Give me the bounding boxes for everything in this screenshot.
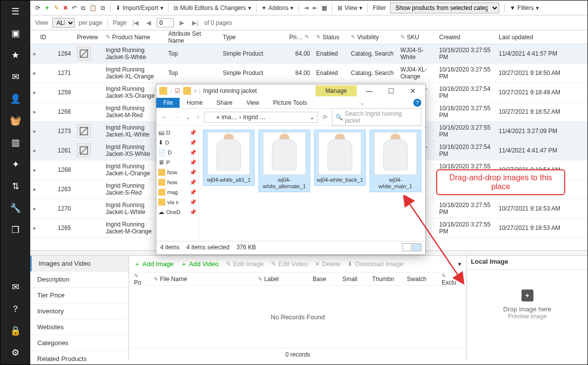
delete-icon[interactable]: ✕ xyxy=(63,4,68,11)
manage-tab[interactable]: Manage xyxy=(316,85,357,96)
tree-node[interactable]: 📄D📌 xyxy=(158,147,196,157)
user-icon[interactable]: 👤 xyxy=(10,93,21,105)
expand-icon[interactable]: ▸ xyxy=(30,205,37,212)
view-select[interactable]: ALL xyxy=(52,18,75,28)
delete-button[interactable]: ✕ Delete xyxy=(315,260,341,268)
expand-icon[interactable]: ▸ xyxy=(30,70,37,76)
more-icon[interactable]: ▾ xyxy=(458,260,461,268)
filter-select[interactable]: Show products from selected categories xyxy=(390,2,499,13)
undo-icon[interactable]: ↶ xyxy=(72,4,77,11)
tool1-icon[interactable]: ⇥ xyxy=(304,4,309,11)
up-icon[interactable]: ↑ xyxy=(195,114,201,121)
col-preview[interactable]: Preview xyxy=(74,34,103,41)
back-icon[interactable]: ← xyxy=(160,114,169,121)
detail-col[interactable]: Base xyxy=(308,276,337,283)
col-id[interactable]: ID xyxy=(37,34,74,41)
col-status[interactable]: ✎ Status xyxy=(313,34,348,41)
import-export-button[interactable]: ⬇ Import/Export ▾ xyxy=(116,4,163,11)
tool2-icon[interactable]: ⇤ xyxy=(313,4,318,11)
file-item[interactable]: wj04-white_alt1_1 xyxy=(203,130,255,186)
page-input[interactable] xyxy=(157,18,174,27)
puzzle-icon[interactable]: ✦ xyxy=(12,158,19,170)
history-icon[interactable]: ⌄ xyxy=(184,114,192,121)
inbox-icon[interactable]: ✉ xyxy=(12,71,19,83)
col-updated[interactable]: Last updated xyxy=(496,34,565,41)
last-page-icon[interactable]: ▶| xyxy=(190,19,200,26)
tree-node[interactable]: 🖴D📌 xyxy=(158,128,196,138)
detail-col[interactable]: Thumbn xyxy=(367,276,402,283)
expand-icon[interactable]: ▸ xyxy=(30,89,37,96)
wrench-icon[interactable]: 🔧 xyxy=(10,202,21,214)
expand-icon[interactable]: ▸ xyxy=(30,128,37,135)
file-item[interactable]: wj04-white_alternate_1 xyxy=(259,130,310,192)
basket-icon[interactable]: 🧺 xyxy=(10,115,21,127)
col-type[interactable]: Type xyxy=(220,34,286,41)
expand-icon[interactable]: ▸ xyxy=(30,147,37,154)
detail-col[interactable]: ✎ File Name xyxy=(149,276,238,283)
add-image-button[interactable]: ＋ Add Image xyxy=(134,260,174,269)
archive-icon[interactable]: ✉ xyxy=(12,281,19,293)
detail-tab[interactable]: Inventory xyxy=(30,303,129,319)
edit-icon[interactable]: ✎ xyxy=(54,4,59,11)
col-name[interactable]: ✎ Product Name xyxy=(103,34,165,41)
detail-tab[interactable]: Tier Price xyxy=(30,288,129,303)
next-page-icon[interactable]: ▶ xyxy=(178,19,186,26)
menu-icon[interactable]: ☰ xyxy=(11,5,19,17)
cell-preview[interactable] xyxy=(74,47,103,61)
file-list[interactable]: wj04-white_alt1_1wj04-white_alternate_1w… xyxy=(199,126,425,241)
crumb2[interactable]: Ingrid … xyxy=(243,114,265,121)
detail-col[interactable]: ✎ Label xyxy=(253,276,308,283)
add-video-button[interactable]: ＋ Add Video xyxy=(181,260,219,269)
expand-ribbon-icon[interactable]: ⌄ xyxy=(360,99,365,106)
col-attr[interactable]: Attribute Set Name xyxy=(165,30,220,44)
thumb-view-icon[interactable] xyxy=(412,243,421,251)
maximize-icon[interactable]: ☐ xyxy=(382,87,400,95)
expand-icon[interactable]: ▸ xyxy=(30,50,37,57)
folder-tree[interactable]: 🖴D📌⬇D📌📄D📌🖥P📌how📌how📌mag📌via s📌☁OneD📌 xyxy=(156,126,199,241)
details-view-icon[interactable] xyxy=(402,243,411,251)
check-icon[interactable]: ☑ xyxy=(175,87,180,94)
ribbon-share[interactable]: Share xyxy=(209,98,239,108)
refresh-icon[interactable]: ⟳ xyxy=(321,114,329,121)
file-item[interactable]: wj04-white_main_1 xyxy=(370,130,421,192)
col-created[interactable]: Created xyxy=(436,34,496,41)
col-price[interactable]: Pri… ✎ xyxy=(286,34,313,41)
table-row[interactable]: ▸1271Ingrid Running Jacket-XL-OrangeTopS… xyxy=(30,64,588,83)
detail-tab[interactable]: Images and Video xyxy=(30,256,129,272)
tree-node[interactable]: 🖥P📌 xyxy=(158,157,196,167)
detail-col[interactable]: ✎ Po xyxy=(129,272,149,286)
tree-node[interactable]: ⬇D📌 xyxy=(158,138,196,147)
detail-tab[interactable]: Categories xyxy=(30,335,129,351)
table-row[interactable]: ▸1264Ingrid Running Jacket-S-WhiteTopSim… xyxy=(30,44,588,64)
expand-icon[interactable]: ▸ xyxy=(30,186,37,193)
address-bar[interactable]: « ima… › Ingrid … ⌄ xyxy=(204,112,318,123)
drop-zone[interactable]: ＋ Drop image here Preview image xyxy=(467,270,588,340)
file-explorer-window[interactable]: | ☑ ▾ | Ingrid running jacket Manage — ☐… xyxy=(156,84,426,255)
refresh-icon[interactable]: ⟳ xyxy=(35,4,40,11)
search-input[interactable]: 🔍Search Ingrid running jacket xyxy=(332,108,421,126)
download-button[interactable]: ⬇ Download Image xyxy=(347,260,403,268)
tree-node[interactable]: ☁OneD📌 xyxy=(158,207,196,217)
expand-icon[interactable]: ▸ xyxy=(30,108,37,115)
cell-preview[interactable] xyxy=(74,144,103,157)
detail-col[interactable]: ✎ Exclu xyxy=(437,272,466,286)
edit-image-button[interactable]: ✎ Edit Image xyxy=(226,260,264,268)
detail-tab[interactable]: Description xyxy=(30,272,129,288)
ribbon-view[interactable]: View xyxy=(239,98,266,108)
edit-video-button[interactable]: ✎ Edit Video xyxy=(271,260,308,268)
tree-node[interactable]: how📌 xyxy=(158,177,196,187)
file-item[interactable]: wj04-white_back_1 xyxy=(314,130,366,186)
store-icon[interactable]: ▣ xyxy=(11,27,20,39)
ribbon-home[interactable]: Home xyxy=(180,98,209,108)
close-icon[interactable]: ✕ xyxy=(403,87,422,95)
minimize-icon[interactable]: — xyxy=(360,87,379,95)
copy-icon[interactable]: ❐ xyxy=(11,224,19,236)
ribbon-file[interactable]: File xyxy=(156,98,180,108)
expand-icon[interactable]: ▸ xyxy=(30,224,37,231)
expand-icon[interactable]: ▸ xyxy=(30,166,37,173)
chart-icon[interactable]: ▥ xyxy=(11,137,20,148)
detail-col[interactable]: Swatch xyxy=(402,276,437,283)
detail-tab[interactable]: Related Products xyxy=(30,351,129,365)
first-page-icon[interactable]: |◀ xyxy=(131,19,140,26)
tree-node[interactable]: via s📌 xyxy=(158,197,196,207)
